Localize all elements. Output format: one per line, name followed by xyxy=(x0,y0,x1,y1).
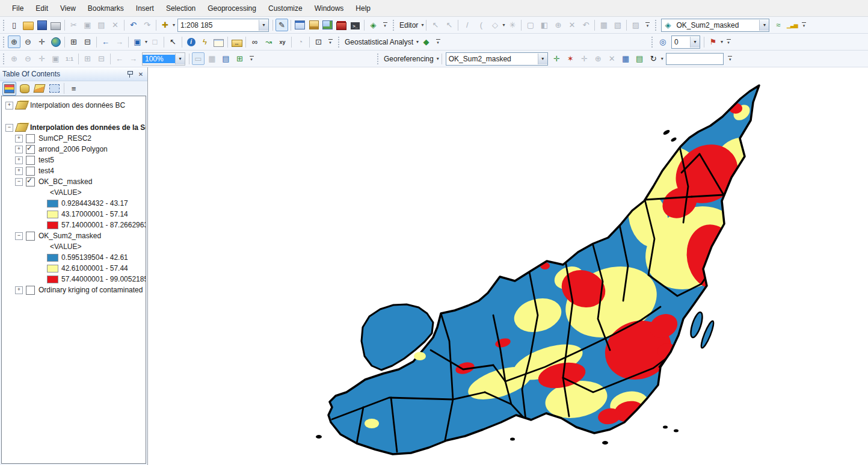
list-by-source-icon[interactable] xyxy=(17,82,31,96)
close-icon[interactable]: ✕ xyxy=(137,70,145,78)
collapse-icon[interactable]: − xyxy=(15,178,23,186)
layout-zoom-in-icon[interactable]: ⊕ xyxy=(8,52,20,65)
arctoolbox-icon[interactable] xyxy=(335,19,348,31)
edit-tool-icon[interactable]: ↖ xyxy=(429,19,442,31)
zoom-100-icon[interactable]: 1:1 xyxy=(63,52,76,65)
layer-item[interactable]: + arrond_2006 Polygon xyxy=(2,144,146,155)
hyperlink-icon[interactable]: ϟ xyxy=(199,35,211,48)
layout-fixed-in-icon[interactable]: ⊞ xyxy=(81,52,94,65)
expand-icon[interactable]: + xyxy=(15,156,23,164)
toolbar-overflow[interactable]: ▾ xyxy=(727,54,734,64)
sketch-dropdown-icon[interactable]: ▾ xyxy=(502,22,505,28)
layout-zoom-dropdown-icon[interactable]: ▾ xyxy=(175,54,185,64)
menu-view[interactable]: View xyxy=(54,1,82,16)
menu-insert[interactable]: Insert xyxy=(130,1,160,16)
editor-menu[interactable]: Editor xyxy=(397,21,420,29)
menu-geoprocessing[interactable]: Geoprocessing xyxy=(202,1,262,16)
zoom-in-icon[interactable]: ⊕ xyxy=(8,35,20,48)
layer-item[interactable]: + Ordinary kriging of contaminated xyxy=(2,285,146,295)
add-control-points-icon[interactable]: ✛ xyxy=(550,52,563,65)
polygon-sketch-icon[interactable]: ◇ xyxy=(488,19,501,31)
georeferencing-dropdown-icon[interactable]: ▾ xyxy=(437,56,439,61)
fixed-zoom-in-icon[interactable]: ⊞ xyxy=(67,35,80,48)
time-slider-icon[interactable]: ◔ xyxy=(294,35,307,48)
find-icon[interactable]: ∞ xyxy=(248,35,261,48)
select-features-icon[interactable]: ▣ xyxy=(131,35,144,48)
attributes-table-icon[interactable]: ▦ xyxy=(597,19,610,31)
edit-properties-icon[interactable]: ▨ xyxy=(629,19,642,31)
select-elements-icon[interactable]: ↖ xyxy=(167,35,179,48)
zoom-whole-page-icon[interactable]: ▣ xyxy=(49,52,62,65)
layout-pan-icon[interactable]: ✛ xyxy=(35,52,48,65)
toolbar-grip[interactable] xyxy=(2,20,5,31)
snapping-icon[interactable]: ◎ xyxy=(656,35,669,48)
zoom-to-link-icon[interactable]: ⊕ xyxy=(592,52,605,65)
menu-selection[interactable]: Selection xyxy=(160,1,202,16)
expand-icon[interactable]: + xyxy=(15,135,23,143)
layer-checkbox[interactable] xyxy=(26,232,35,241)
cut-icon[interactable]: ✂ xyxy=(67,19,80,31)
toolbar-grip[interactable] xyxy=(654,20,657,31)
toolbar-grip[interactable] xyxy=(2,54,5,64)
toolbar-overflow[interactable]: ▾ xyxy=(434,37,442,48)
collapse-icon[interactable]: − xyxy=(15,232,23,240)
identify-icon[interactable]: i xyxy=(185,35,197,48)
change-layout-icon[interactable]: ▤ xyxy=(220,52,232,65)
layer-item[interactable]: + test4 xyxy=(2,165,146,176)
layer-label[interactable]: SumCP_RESC2 xyxy=(38,134,91,143)
layer-label[interactable]: arrond_2006 Polygon xyxy=(38,145,108,153)
layout-zoom-out-icon[interactable]: ⊖ xyxy=(22,52,34,65)
menu-bookmarks[interactable]: Bookmarks xyxy=(82,1,130,16)
rotate-icon[interactable]: ↻ xyxy=(647,52,660,65)
layer-checkbox[interactable] xyxy=(26,134,35,143)
sa-layer-dropdown-icon[interactable]: ▾ xyxy=(759,20,769,31)
layout-fixed-out-icon[interactable]: ⊟ xyxy=(95,52,108,65)
toolbar-grip[interactable] xyxy=(377,54,380,64)
undo-icon[interactable]: ↶ xyxy=(127,19,140,31)
toolbar-grip[interactable] xyxy=(337,37,340,48)
list-by-drawing-order-icon[interactable] xyxy=(2,82,16,96)
layer-item[interactable]: − OK_BC_masked xyxy=(2,176,146,187)
html-popup-icon[interactable] xyxy=(212,35,225,48)
map-scale-combo[interactable]: 1:208 185 ▾ xyxy=(177,19,269,32)
layout-zoom-combo[interactable]: 100% ▾ xyxy=(142,52,185,66)
copy-icon[interactable]: ▣ xyxy=(81,19,94,31)
menu-windows[interactable]: Windows xyxy=(309,1,350,16)
add-data-icon[interactable]: ✚ xyxy=(159,19,171,31)
scale-dropdown-icon[interactable]: ▾ xyxy=(259,20,268,31)
sa-layer-combo[interactable]: ◈ OK_Sum2_masked ▾ xyxy=(661,19,769,32)
toolbar-overflow[interactable]: ▾ xyxy=(800,20,807,31)
rotate-dropdown-icon[interactable]: ▾ xyxy=(661,56,663,61)
sketch-properties-icon[interactable]: ▧ xyxy=(611,19,624,31)
layout-forward-icon[interactable]: → xyxy=(127,52,140,65)
georef-layer-dropdown-icon[interactable]: ▾ xyxy=(538,54,547,64)
toggle-draft-mode-icon[interactable]: ▭ xyxy=(192,52,205,65)
python-window-icon[interactable]: >_ xyxy=(349,19,362,31)
snap-sketch-icon[interactable]: ✳ xyxy=(506,19,519,31)
rotate-feature-icon[interactable]: ⊕ xyxy=(552,19,564,31)
georeferencing-menu[interactable]: Georeferencing xyxy=(381,55,436,63)
delete-icon[interactable]: ✕ xyxy=(109,19,122,31)
layout-back-icon[interactable]: ← xyxy=(113,52,126,65)
dataframe-item[interactable]: + Interpolation des données BC xyxy=(2,100,146,111)
pan-icon[interactable]: ✛ xyxy=(35,35,48,48)
data-driven-pages-icon[interactable]: ⊞ xyxy=(233,52,246,65)
save-icon[interactable] xyxy=(35,19,48,31)
edit-annotation-icon[interactable]: ↖ xyxy=(443,19,455,31)
new-document-icon[interactable]: ▯ xyxy=(8,19,20,31)
rotation-input[interactable] xyxy=(666,53,724,65)
expand-icon[interactable]: + xyxy=(15,146,23,153)
contour-icon[interactable]: ≈ xyxy=(772,19,784,31)
dataframe-item[interactable]: − Interpolation des données de la Son xyxy=(2,122,146,133)
list-by-visibility-icon[interactable] xyxy=(32,82,46,96)
tolerance-dropdown-icon[interactable]: ▾ xyxy=(690,37,700,48)
geostat-dropdown-icon[interactable]: ▾ xyxy=(416,39,419,45)
clear-selection-icon[interactable]: □ xyxy=(149,35,161,48)
expand-icon[interactable]: + xyxy=(5,102,13,109)
collapse-icon[interactable]: − xyxy=(5,124,13,132)
back-extent-icon[interactable]: ← xyxy=(99,35,112,48)
toolbar-overflow[interactable]: ▾ xyxy=(327,37,334,48)
map-view[interactable] xyxy=(148,67,868,465)
layer-checkbox[interactable] xyxy=(26,286,35,295)
split-tool-icon[interactable]: ✕ xyxy=(565,19,578,31)
